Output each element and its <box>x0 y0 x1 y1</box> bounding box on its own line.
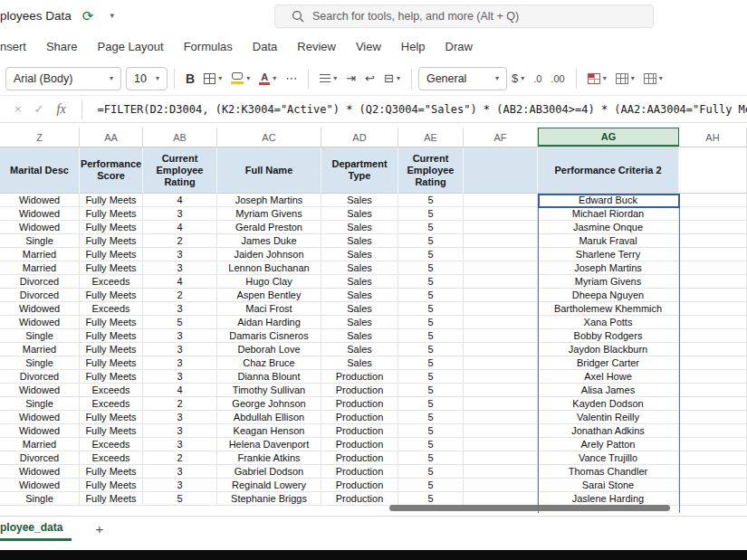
title-chevron-down-icon[interactable]: ▾ <box>110 12 114 20</box>
cell[interactable]: Fully Meets <box>80 465 143 479</box>
menu-page-layout[interactable]: Page Layout <box>88 40 174 53</box>
cell[interactable]: Married <box>0 343 80 356</box>
cell[interactable]: 2 <box>143 289 217 302</box>
cell[interactable]: Kayden Dodson <box>538 397 679 411</box>
cell[interactable]: Fully Meets <box>80 221 143 234</box>
cell[interactable]: Fully Meets <box>80 194 143 207</box>
cell[interactable]: Myriam Givens <box>217 207 321 221</box>
cell[interactable]: Dianna Blount <box>217 370 321 384</box>
cell[interactable]: Sales <box>321 261 398 275</box>
column-header-AB[interactable]: AB <box>143 128 217 147</box>
cell[interactable]: Production <box>321 411 398 424</box>
merge-cells-button[interactable]: ⊟ ▾ <box>379 67 405 90</box>
cell[interactable]: Deborah Love <box>217 343 321 356</box>
menu-review[interactable]: Review <box>287 40 346 53</box>
table-header-cell[interactable]: Full Name <box>217 147 321 194</box>
cell[interactable] <box>679 316 747 329</box>
cell[interactable]: Damaris Cisneros <box>217 329 321 343</box>
cell[interactable]: Fully Meets <box>80 329 143 343</box>
cell[interactable] <box>464 479 538 492</box>
wrap-text-button[interactable]: ↩ <box>360 67 379 90</box>
cell[interactable]: Sales <box>321 316 398 329</box>
conditional-formatting-button[interactable]: ▾ <box>583 67 611 90</box>
cell[interactable]: Widowed <box>0 424 80 438</box>
cell[interactable] <box>679 275 747 289</box>
cell[interactable]: Sales <box>321 302 398 316</box>
cell[interactable]: 3 <box>143 411 217 424</box>
cell[interactable]: 5 <box>398 479 464 492</box>
column-header-AH[interactable]: AH <box>679 128 747 147</box>
menu-draw[interactable]: Draw <box>436 40 483 53</box>
cell[interactable]: Widowed <box>0 207 80 221</box>
cell[interactable]: Abdullah Ellison <box>217 411 321 424</box>
cell[interactable]: 3 <box>143 424 217 438</box>
cell[interactable]: Sales <box>321 275 398 289</box>
cell[interactable]: 5 <box>398 289 464 302</box>
cell[interactable] <box>464 234 538 248</box>
cell[interactable]: Single <box>0 356 80 370</box>
cell[interactable]: 5 <box>398 343 464 356</box>
cell[interactable]: Keagan Henson <box>217 424 321 438</box>
cell[interactable]: Frankie Atkins <box>217 451 321 465</box>
cell[interactable]: Sales <box>321 289 398 302</box>
cell[interactable] <box>464 356 538 370</box>
cell[interactable]: Maci Frost <box>217 302 321 316</box>
cell[interactable]: Fully Meets <box>80 234 143 248</box>
cell[interactable]: Jaydon Blackburn <box>538 343 679 356</box>
cell[interactable]: Married <box>0 261 80 275</box>
cell[interactable]: Axel Howe <box>538 370 679 384</box>
cell[interactable] <box>679 194 747 207</box>
cell[interactable]: 4 <box>143 384 217 397</box>
cell[interactable]: 3 <box>143 261 217 275</box>
cell[interactable] <box>679 438 747 451</box>
search-box[interactable] <box>274 5 654 28</box>
cell[interactable]: Bobby Rodgers <box>538 329 679 343</box>
formula-bar[interactable]: × ✓ fx =FILTER(D2:D3004, (K2:K3004="Acti… <box>0 96 747 123</box>
table-header-cell[interactable]: Marital Desc <box>0 147 80 194</box>
cell[interactable]: James Duke <box>217 234 321 248</box>
cell[interactable]: 5 <box>398 411 464 424</box>
cell[interactable]: 5 <box>398 316 464 329</box>
cell[interactable]: 5 <box>143 492 217 506</box>
cell[interactable]: Divorced <box>0 275 80 289</box>
cell[interactable] <box>464 275 538 289</box>
cell[interactable] <box>679 384 747 397</box>
cell[interactable]: 5 <box>398 194 464 207</box>
cell[interactable]: Married <box>0 248 80 261</box>
cell[interactable]: Joseph Martins <box>217 194 321 207</box>
cell[interactable]: Timothy Sullivan <box>217 384 321 397</box>
cell[interactable] <box>464 316 538 329</box>
cell[interactable]: Fully Meets <box>80 289 143 302</box>
cell[interactable]: 4 <box>143 221 217 234</box>
cell[interactable] <box>464 397 538 411</box>
number-format-combobox[interactable]: General ▾ <box>418 67 507 90</box>
cell[interactable]: 5 <box>398 451 464 465</box>
cell[interactable]: Valentin Reilly <box>538 411 679 424</box>
cell[interactable]: Single <box>0 397 80 411</box>
cell[interactable]: 4 <box>143 275 217 289</box>
cell[interactable] <box>464 207 538 221</box>
cell[interactable]: Divorced <box>0 289 80 302</box>
cell[interactable]: Production <box>321 438 398 451</box>
cell[interactable]: Divorced <box>0 370 80 384</box>
cell[interactable] <box>679 248 747 261</box>
cell[interactable]: Fully Meets <box>80 343 143 356</box>
table-header-cell[interactable] <box>679 147 747 194</box>
cell[interactable]: Production <box>321 451 398 465</box>
cell[interactable]: Sarai Stone <box>538 479 679 492</box>
cell[interactable] <box>679 261 747 275</box>
menu-insert[interactable]: nsert <box>0 40 36 53</box>
cell[interactable]: Gabriel Dodson <box>217 465 321 479</box>
cell[interactable]: 3 <box>143 329 217 343</box>
cell[interactable]: Exceeds <box>80 397 143 411</box>
cell[interactable]: Michael Riordan <box>538 207 679 221</box>
cell[interactable]: Production <box>321 492 398 506</box>
cell[interactable]: Fully Meets <box>80 207 143 221</box>
fill-color-button[interactable]: ▾ <box>226 67 254 90</box>
cell[interactable] <box>464 424 538 438</box>
decrease-decimal-button[interactable]: .0 <box>529 67 546 90</box>
alignment-button[interactable]: ▾ <box>315 67 341 90</box>
cell[interactable]: Arely Patton <box>538 438 679 451</box>
sheet-tab-active[interactable]: ployee_data <box>0 517 72 541</box>
cell[interactable] <box>464 221 538 234</box>
